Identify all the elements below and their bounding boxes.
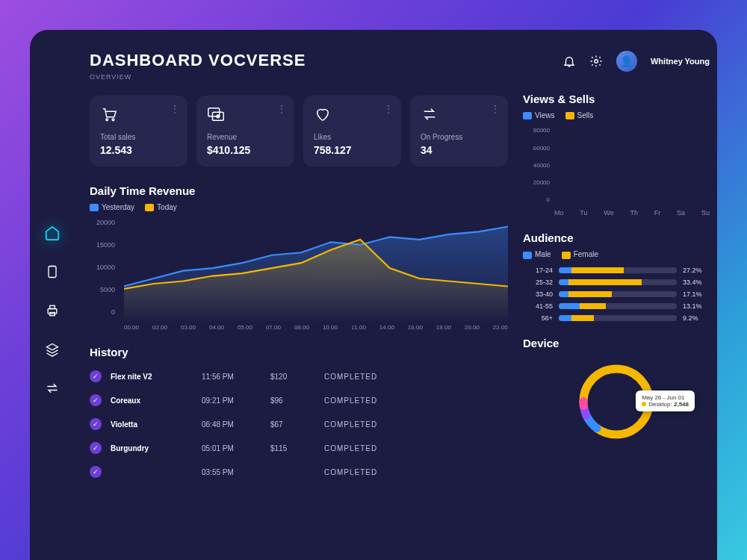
audience-title: Audience	[523, 231, 710, 244]
kpi-value: 12.543	[100, 144, 177, 156]
audience-row: 41-5513.1%	[523, 302, 710, 310]
audience-row: 25-3233.4%	[523, 279, 710, 286]
history-row[interactable]: ✓Flex nite V211:56 PM$120COMPLETED	[90, 364, 508, 388]
kpi-label: Revenue	[207, 133, 284, 141]
kpi-revenue[interactable]: ⋮ Revenue $410.125	[196, 96, 294, 167]
views-sells-title: Views & Sells	[523, 93, 710, 105]
daily-revenue-chart: 20000150001000050000 00.0002.0003.0004.0…	[90, 219, 508, 331]
svg-point-5	[112, 119, 114, 121]
history-status: COMPLETED	[324, 396, 377, 405]
history-name: Coreaux	[111, 396, 193, 405]
aud-bar	[559, 303, 677, 309]
tooltip-value: 2,548	[674, 401, 689, 408]
views-sells-section: Views & Sells Views Sells 80000600004000…	[523, 93, 710, 217]
views-sells-legend: Views Sells	[523, 111, 710, 119]
kpi-menu-icon[interactable]: ⋮	[276, 103, 287, 115]
audience-row: 33-4017.1%	[523, 290, 710, 298]
aud-bar	[559, 291, 677, 297]
vs-x-axis: MoTuWeThFrSaSu	[554, 209, 710, 217]
audience-row: 17-2427.2%	[523, 267, 710, 274]
svg-rect-2	[50, 305, 55, 308]
aud-pct: 27.2%	[683, 267, 710, 274]
audience-rows: 17-2427.2%25-3233.4%33-4017.1%41-5513.1%…	[523, 267, 710, 322]
aud-bar	[559, 279, 677, 285]
history-row[interactable]: ✓Violetta06:48 PM$67COMPLETED	[90, 412, 508, 436]
history-name: Violetta	[111, 420, 193, 429]
x-axis: 00.0002.0003.0004.0005.0007.0008.0010.00…	[124, 324, 508, 331]
kpi-label: On Progress	[421, 133, 498, 141]
aud-pct: 13.1%	[683, 302, 710, 310]
kpi-on-progress[interactable]: ⋮ On Progress 34	[410, 96, 508, 167]
kpi-value: 34	[421, 144, 498, 156]
cart-icon	[100, 106, 177, 124]
kpi-total-sales[interactable]: ⋮ Total sales 12.543	[90, 96, 187, 167]
aud-pct: 17.1%	[683, 290, 710, 298]
legend-today: Today	[157, 203, 177, 211]
history-time: 05:01 PM	[202, 444, 261, 452]
nav-clipboard[interactable]	[43, 263, 61, 281]
right-column: 👤 Whitney Young Views & Sells Views Sell…	[523, 51, 710, 560]
daily-revenue-title: Daily Time Revenue	[90, 184, 508, 197]
device-tooltip: May 26 - Jun 01 Desktop: 2,548	[636, 391, 695, 411]
history-time: 06:48 PM	[202, 420, 261, 429]
legend-female: Female	[574, 250, 598, 258]
legend-sells: Sells	[577, 111, 594, 119]
audience-section: Audience Male Female 17-2427.2%25-3233.4…	[523, 231, 710, 321]
app-window: DASHBOARD VOCVERSE OVERVIEW ⋮ Total sale…	[30, 30, 717, 560]
nav-print[interactable]	[43, 302, 61, 320]
kpi-label: Likes	[314, 133, 391, 141]
vs-bars	[554, 127, 710, 203]
history-status: COMPLETED	[324, 468, 377, 476]
username[interactable]: Whitney Young	[651, 57, 710, 66]
revenue-icon	[207, 106, 284, 124]
nav-transfer[interactable]	[43, 379, 61, 397]
device-section: Device May 26 - Jun 01 Desktop: 2,548	[523, 337, 710, 447]
audience-row: 56+9.2%	[523, 314, 710, 322]
y-axis: 20000150001000050000	[90, 219, 120, 316]
kpi-label: Total sales	[100, 133, 177, 141]
history-amount: $96	[270, 396, 315, 405]
vs-y-axis: 800006000040000200000	[523, 127, 550, 203]
svg-point-9	[595, 60, 598, 63]
tooltip-label: Desktop:	[648, 401, 672, 408]
check-icon: ✓	[90, 394, 102, 406]
avatar[interactable]: 👤	[616, 51, 637, 72]
history-time: 03:55 PM	[202, 468, 261, 476]
legend-male: Male	[535, 250, 551, 258]
aud-bar	[559, 267, 677, 273]
sidebar	[30, 30, 75, 560]
history-row[interactable]: ✓Coreaux09:21 PM$96COMPLETED	[90, 388, 508, 412]
kpi-menu-icon[interactable]: ⋮	[170, 103, 180, 115]
history-name: Burgundry	[111, 444, 193, 452]
aud-pct: 9.2%	[683, 314, 710, 322]
history-amount: $115	[270, 444, 315, 452]
history-time: 11:56 PM	[202, 373, 261, 381]
nav-layers[interactable]	[43, 340, 61, 358]
aud-label: 33-40	[523, 290, 553, 298]
nav-home[interactable]	[43, 224, 61, 242]
tooltip-range: May 26 - Jun 01	[642, 394, 689, 401]
history-status: COMPLETED	[324, 420, 377, 429]
check-icon: ✓	[90, 442, 102, 454]
history-row[interactable]: ✓Burgundry05:01 PM$115COMPLETED	[90, 436, 508, 460]
kpi-likes[interactable]: ⋮ Likes 758.127	[303, 96, 401, 167]
history-status: COMPLETED	[324, 373, 377, 381]
gear-icon[interactable]	[589, 55, 603, 68]
history-row[interactable]: ✓03:55 PMCOMPLETED	[90, 460, 508, 484]
audience-legend: Male Female	[523, 250, 710, 258]
history-amount: $67	[270, 420, 315, 429]
history-status: COMPLETED	[324, 444, 377, 452]
kpi-menu-icon[interactable]: ⋮	[383, 103, 394, 115]
page-subtitle: OVERVIEW	[90, 73, 306, 81]
device-chart: May 26 - Jun 01 Desktop: 2,548	[560, 357, 672, 447]
aud-pct: 33.4%	[683, 279, 710, 286]
kpi-menu-icon[interactable]: ⋮	[490, 103, 500, 115]
history-amount: $120	[270, 373, 315, 381]
history-name: Flex nite V2	[111, 373, 193, 381]
bell-icon[interactable]	[562, 55, 576, 68]
svg-rect-0	[49, 267, 56, 278]
kpi-value: $410.125	[207, 144, 284, 156]
device-title: Device	[523, 337, 710, 349]
aud-label: 25-32	[523, 279, 553, 286]
check-icon: ✓	[90, 418, 102, 430]
